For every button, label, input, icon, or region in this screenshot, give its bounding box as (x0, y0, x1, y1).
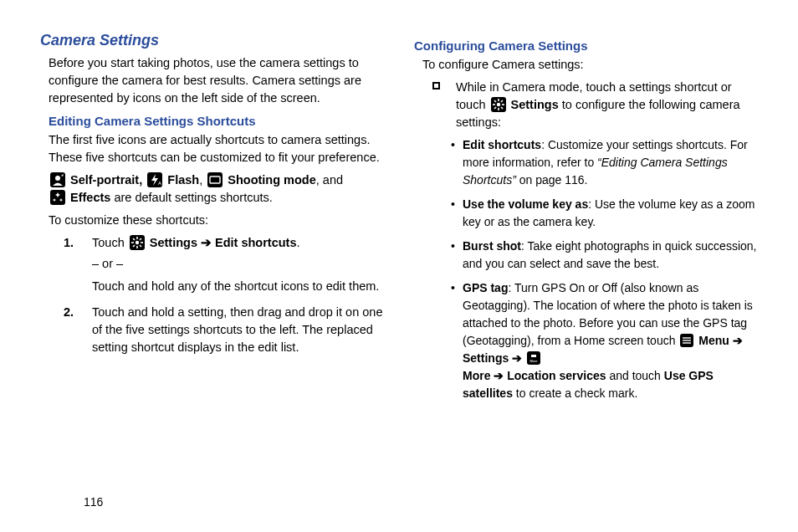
subheading-configuring: Configuring Camera Settings (414, 38, 758, 53)
svg-rect-2 (210, 176, 220, 183)
text: to create a check mark. (513, 386, 637, 400)
label: Settings (150, 236, 197, 249)
svg-line-18 (501, 107, 503, 109)
manual-page: Camera Settings Before you start taking … (0, 0, 798, 532)
svg-text:A: A (158, 181, 161, 186)
self-portrait-icon (50, 172, 65, 187)
bullet-icon: • (451, 238, 455, 255)
arrow-icon: ➔ (197, 236, 215, 249)
label: Flash (167, 173, 199, 187)
svg-point-12 (496, 103, 499, 106)
section-heading: Camera Settings (40, 32, 384, 49)
label: Effects (70, 191, 110, 204)
list-item-1: 1. Touch Settings ➔ Edit shortcuts. – or… (64, 234, 384, 295)
subheading-editing-shortcuts: Editing Camera Settings Shortcuts (49, 114, 384, 128)
arrow-icon: ➔ (494, 369, 507, 382)
square-bullet-icon (432, 82, 440, 90)
menu-icon (680, 334, 693, 347)
text: and touch (606, 369, 664, 382)
label: More (463, 369, 494, 382)
flash-icon: A (147, 172, 162, 187)
step-number: 2. (64, 304, 74, 321)
effects-icon (50, 190, 65, 205)
more-icon: More (527, 351, 540, 365)
label: GPS tag (463, 281, 508, 294)
paragraph: To customize these shortcuts: (49, 212, 384, 229)
shooting-mode-icon (207, 172, 223, 187)
label: Self-portrait, (70, 173, 142, 187)
or-separator: – or – (92, 255, 384, 273)
text: Touch (92, 236, 128, 249)
right-column: Configuring Camera Settings To configure… (414, 32, 758, 515)
text: , and (316, 173, 343, 187)
text: Touch and hold a setting, then drag and … (92, 305, 382, 354)
list-item: While in Camera mode, touch a settings s… (432, 79, 758, 131)
list-item: • Edit shortcuts: Customize your setting… (451, 136, 758, 189)
svg-line-11 (133, 245, 135, 247)
bullet-icon: • (451, 136, 455, 154)
ordered-list: 1. Touch Settings ➔ Edit shortcuts. – or… (64, 234, 384, 356)
label: Edit shortcuts (463, 138, 541, 151)
text: Touch and hold any of the shortcut icons… (92, 278, 384, 295)
intro-paragraph: Before you start taking photos, use the … (49, 54, 384, 107)
page-number: 116 (84, 495, 103, 509)
svg-line-10 (140, 238, 141, 240)
svg-line-20 (494, 107, 496, 109)
bullet-icon: • (451, 279, 455, 297)
list-item: • GPS tag: Turn GPS On or Off (also know… (451, 279, 758, 402)
svg-point-3 (136, 241, 139, 244)
text: on page 116. (516, 173, 588, 187)
arrow-icon: ➔ (509, 351, 525, 365)
default-shortcuts-line: Self-portrait, A Flash, Shooting mode, a… (49, 171, 384, 207)
paragraph: The first five icons are actually shortc… (49, 131, 384, 166)
label: Use the volume key as (463, 197, 588, 211)
settings-gear-icon (130, 235, 145, 250)
svg-line-8 (133, 238, 135, 240)
svg-line-19 (501, 100, 503, 102)
list-item: • Burst shot: Take eight photographs in … (451, 238, 758, 273)
label: Settings (511, 98, 559, 111)
bullet-icon: • (451, 196, 455, 213)
label: Settings (463, 351, 509, 365)
text: are default settings shortcuts. (110, 191, 272, 204)
label: Edit shortcuts (215, 236, 296, 249)
text: , (199, 173, 206, 187)
square-bullet-list: While in Camera mode, touch a settings s… (432, 79, 758, 131)
label: Shooting mode (228, 173, 316, 187)
list-item-2: 2. Touch and hold a setting, then drag a… (64, 304, 384, 356)
arrow-icon: ➔ (729, 334, 743, 347)
left-column: Camera Settings Before you start taking … (40, 32, 384, 515)
svg-rect-24 (531, 355, 536, 357)
svg-line-17 (494, 100, 496, 102)
label: Menu (698, 334, 729, 347)
text: . (297, 236, 300, 249)
svg-point-0 (55, 176, 60, 181)
list-item: • Use the volume key as: Use the volume … (451, 196, 758, 231)
settings-gear-icon (491, 97, 506, 112)
label: Burst shot (463, 239, 521, 253)
paragraph: To configure Camera settings: (422, 56, 758, 74)
svg-line-9 (140, 245, 141, 247)
bullet-list: • Edit shortcuts: Customize your setting… (451, 136, 758, 402)
label: Location services (507, 369, 606, 382)
svg-text:More: More (529, 359, 538, 363)
step-number: 1. (64, 234, 74, 252)
